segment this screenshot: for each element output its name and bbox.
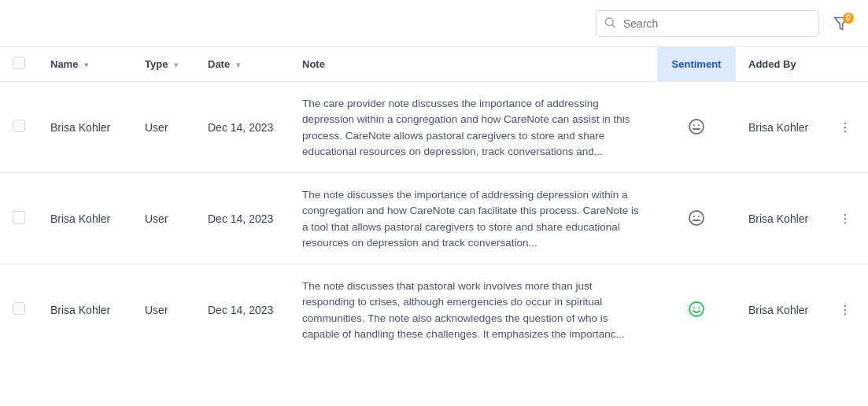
table-row: Brisa KohlerUserDec 14, 2023The note dis… xyxy=(0,173,868,264)
header-note: Note xyxy=(290,47,657,82)
row-checkbox[interactable] xyxy=(13,302,25,315)
svg-point-16 xyxy=(844,222,846,223)
svg-point-10 xyxy=(689,211,704,225)
row-date: Dec 14, 2023 xyxy=(195,173,290,264)
row-name: Brisa Kohler xyxy=(38,264,132,356)
row-note: The note discusses the importance of add… xyxy=(290,173,657,264)
table-header-row: Name ▾ Type ▾ Date ▾ Note Sentiment xyxy=(0,47,868,82)
row-checkbox[interactable] xyxy=(13,211,25,223)
header-added-by: Added By xyxy=(736,47,822,82)
table-row: Brisa KohlerUserDec 14, 2023The note dis… xyxy=(0,264,868,356)
svg-point-15 xyxy=(844,217,846,219)
header-name[interactable]: Name ▾ xyxy=(38,47,132,82)
row-checkbox-cell xyxy=(0,173,38,264)
header-sentiment: Sentiment xyxy=(657,47,736,82)
filter-badge: 0 xyxy=(843,13,854,24)
row-action-cell xyxy=(822,264,868,356)
row-added-by: Brisa Kohler xyxy=(736,264,822,356)
table-row: Brisa KohlerUserDec 14, 2023The care pro… xyxy=(0,82,868,173)
svg-point-19 xyxy=(698,307,700,308)
name-sort-icon: ▾ xyxy=(84,61,88,69)
row-date: Dec 14, 2023 xyxy=(195,82,290,173)
row-name: Brisa Kohler xyxy=(38,173,132,264)
row-sentiment xyxy=(657,173,736,264)
svg-point-18 xyxy=(693,307,695,308)
sentiment-neutral-icon xyxy=(685,116,707,138)
row-sentiment xyxy=(657,264,736,356)
select-all-checkbox[interactable] xyxy=(13,57,25,69)
row-checkbox[interactable] xyxy=(13,120,25,132)
row-more-button[interactable] xyxy=(835,119,855,136)
row-sentiment xyxy=(657,82,736,173)
notes-table: Name ▾ Type ▾ Date ▾ Note Sentiment xyxy=(0,47,868,355)
svg-point-6 xyxy=(698,124,700,126)
row-added-by: Brisa Kohler xyxy=(736,82,822,173)
filter-button[interactable]: 0 xyxy=(827,11,855,36)
svg-point-13 xyxy=(698,216,700,217)
row-note: The care provider note discusses the imp… xyxy=(290,82,657,173)
row-checkbox-cell xyxy=(0,264,38,356)
table-container: Name ▾ Type ▾ Date ▾ Note Sentiment xyxy=(0,47,868,355)
header: 0 xyxy=(0,0,868,47)
row-action-cell xyxy=(822,173,868,264)
row-date: Dec 14, 2023 xyxy=(195,264,290,356)
row-type: User xyxy=(132,173,195,264)
svg-point-22 xyxy=(844,313,846,315)
svg-point-21 xyxy=(844,308,846,310)
svg-point-20 xyxy=(844,304,846,306)
svg-point-8 xyxy=(844,126,846,127)
row-action-cell xyxy=(822,82,868,173)
search-container xyxy=(596,10,819,37)
svg-point-12 xyxy=(693,216,695,217)
row-note: The note discusses that pastoral work in… xyxy=(290,264,657,356)
svg-point-14 xyxy=(844,213,846,215)
search-input[interactable] xyxy=(596,10,819,37)
svg-point-7 xyxy=(844,122,846,124)
row-type: User xyxy=(132,82,195,173)
svg-point-5 xyxy=(693,124,695,126)
row-added-by: Brisa Kohler xyxy=(736,173,822,264)
date-sort-icon: ▾ xyxy=(236,61,240,69)
header-date[interactable]: Date ▾ xyxy=(195,47,290,82)
sentiment-neutral-icon xyxy=(685,207,707,229)
row-name: Brisa Kohler xyxy=(38,82,132,173)
row-more-button[interactable] xyxy=(835,210,855,227)
header-checkbox-cell xyxy=(0,47,38,82)
row-checkbox-cell xyxy=(0,82,38,173)
row-type: User xyxy=(132,264,195,356)
svg-point-9 xyxy=(844,131,846,132)
header-type[interactable]: Type ▾ xyxy=(132,47,195,82)
row-more-button[interactable] xyxy=(835,301,855,319)
header-action xyxy=(822,47,868,82)
type-sort-icon: ▾ xyxy=(174,61,178,69)
svg-point-3 xyxy=(689,120,704,134)
sentiment-positive-icon xyxy=(685,298,707,320)
svg-point-17 xyxy=(689,302,704,316)
